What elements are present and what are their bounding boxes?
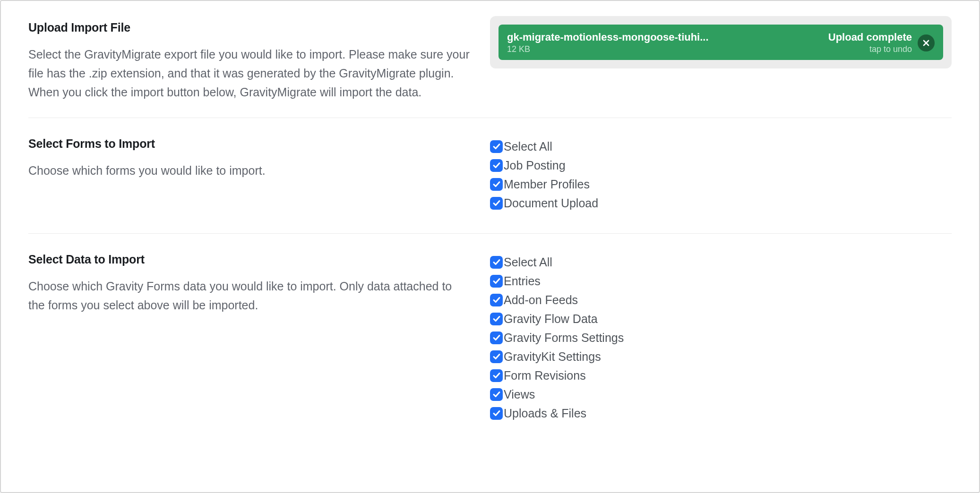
section-upload-file: Upload Import File Select the GravityMig…	[28, 20, 952, 118]
checkbox-label: Form Revisions	[504, 369, 586, 382]
check-icon	[492, 142, 501, 151]
forms-item-row: Member Profiles	[490, 175, 952, 194]
checkbox-label: Member Profiles	[504, 178, 590, 191]
data-select-all-row: Select All	[490, 253, 952, 272]
checkbox-label: Document Upload	[504, 196, 598, 210]
upload-status-text: Upload complete	[828, 31, 912, 43]
check-icon	[492, 199, 501, 207]
check-icon	[492, 371, 501, 380]
data-item-row: Entries	[490, 272, 952, 290]
data-section-desc: Choose which Gravity Forms data you woul…	[28, 277, 471, 314]
forms-select-all-checkbox[interactable]	[490, 140, 503, 153]
data-item-checkbox[interactable]	[490, 332, 503, 344]
upload-dropzone[interactable]: gk-migrate-motionless-mongoose-tiuhi... …	[490, 16, 952, 68]
data-section-title: Select Data to Import	[28, 253, 471, 266]
upload-remove-button[interactable]	[918, 34, 935, 51]
check-icon	[492, 258, 501, 266]
checkbox-label: Gravity Forms Settings	[504, 331, 624, 345]
section-upload-right: gk-migrate-motionless-mongoose-tiuhi... …	[490, 20, 952, 102]
section-upload-left: Upload Import File Select the GravityMig…	[28, 20, 490, 102]
checkbox-label: Select All	[504, 140, 552, 153]
forms-select-all-row: Select All	[490, 137, 952, 156]
upload-section-title: Upload Import File	[28, 21, 471, 34]
close-icon	[922, 39, 930, 47]
forms-section-desc: Choose which forms you would like to imp…	[28, 161, 471, 180]
check-icon	[492, 333, 501, 342]
checkbox-label: Gravity Flow Data	[504, 312, 598, 326]
section-data-left: Select Data to Import Choose which Gravi…	[28, 252, 490, 423]
upload-filesize: 12 KB	[507, 44, 820, 54]
data-item-checkbox[interactable]	[490, 294, 503, 306]
data-checkbox-list: Select All Entries Add-on Feeds Gravity …	[490, 252, 952, 423]
data-item-row: Add-on Feeds	[490, 290, 952, 309]
upload-filename: gk-migrate-motionless-mongoose-tiuhi...	[507, 31, 820, 43]
section-select-data: Select Data to Import Choose which Gravi…	[28, 252, 952, 423]
forms-item-checkbox[interactable]	[490, 159, 503, 172]
data-item-row: Gravity Forms Settings	[490, 328, 952, 347]
upload-undo-hint: tap to undo	[828, 44, 912, 54]
checkbox-label: Entries	[504, 274, 541, 288]
check-icon	[492, 409, 501, 417]
section-select-forms: Select Forms to Import Choose which form…	[28, 136, 952, 234]
data-item-checkbox[interactable]	[490, 313, 503, 325]
check-icon	[492, 352, 501, 361]
check-icon	[492, 277, 501, 285]
data-item-checkbox[interactable]	[490, 407, 503, 420]
check-icon	[492, 390, 501, 399]
data-item-checkbox[interactable]	[490, 350, 503, 363]
data-item-row: GravityKit Settings	[490, 347, 952, 366]
forms-item-row: Job Posting	[490, 156, 952, 175]
data-item-row: Views	[490, 385, 952, 404]
data-select-all-checkbox[interactable]	[490, 256, 503, 269]
forms-item-checkbox[interactable]	[490, 197, 503, 210]
upload-status-block: Upload complete tap to undo	[828, 31, 918, 54]
checkbox-label: Uploads & Files	[504, 407, 586, 420]
forms-section-title: Select Forms to Import	[28, 137, 471, 151]
check-icon	[492, 161, 501, 170]
import-settings-panel: Upload Import File Select the GravityMig…	[0, 0, 980, 493]
check-icon	[492, 180, 501, 188]
checkbox-label: Views	[504, 388, 535, 401]
checkbox-label: Add-on Feeds	[504, 293, 578, 307]
data-item-row: Uploads & Files	[490, 404, 952, 423]
upload-section-desc: Select the GravityMigrate export file yo…	[28, 45, 471, 102]
data-item-row: Form Revisions	[490, 366, 952, 385]
forms-item-checkbox[interactable]	[490, 178, 503, 191]
check-icon	[492, 314, 501, 323]
data-item-row: Gravity Flow Data	[490, 309, 952, 328]
checkbox-label: GravityKit Settings	[504, 350, 601, 364]
data-item-checkbox[interactable]	[490, 388, 503, 401]
uploaded-file-banner: gk-migrate-motionless-mongoose-tiuhi... …	[499, 25, 943, 60]
upload-file-info: gk-migrate-motionless-mongoose-tiuhi... …	[507, 31, 828, 54]
section-forms-left: Select Forms to Import Choose which form…	[28, 136, 490, 212]
data-item-checkbox[interactable]	[490, 369, 503, 382]
checkbox-label: Select All	[504, 255, 552, 269]
forms-checkbox-list: Select All Job Posting Member Profiles D…	[490, 136, 952, 212]
data-item-checkbox[interactable]	[490, 275, 503, 288]
checkbox-label: Job Posting	[504, 159, 566, 172]
check-icon	[492, 296, 501, 304]
forms-item-row: Document Upload	[490, 194, 952, 212]
